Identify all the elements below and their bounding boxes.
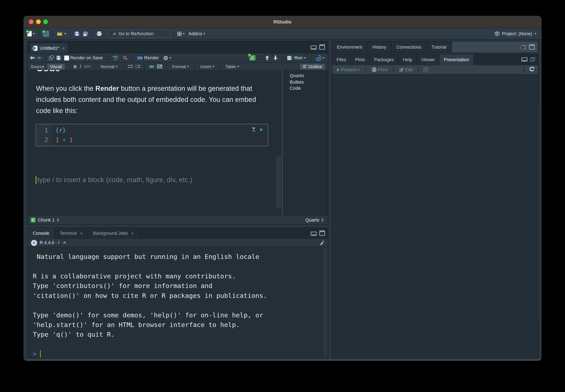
clear-console-button[interactable] [320, 240, 325, 246]
goto-file-function-input[interactable]: Go to file/function [108, 29, 170, 38]
tab-connections[interactable]: Connections [392, 42, 427, 53]
console-scrollbar[interactable] [324, 247, 328, 358]
run-button[interactable]: Run [286, 55, 307, 61]
open-in-new-window-icon[interactable] [49, 56, 54, 60]
format-menu[interactable]: Format [171, 63, 190, 70]
tab-label: Packages [374, 57, 394, 62]
forward-icon[interactable] [37, 56, 41, 60]
console-prompt[interactable]: > [33, 349, 328, 359]
tab-history[interactable]: History [368, 42, 392, 53]
print-button[interactable] [95, 31, 103, 37]
run-current-chunk-icon[interactable] [260, 128, 263, 131]
chevron-down-icon [33, 33, 35, 34]
tab-viewer[interactable]: Viewer [417, 54, 440, 65]
print-presentation-button[interactable]: Print [370, 67, 388, 73]
project-menu-button[interactable]: R Project: (None) [494, 31, 538, 37]
new-file-button[interactable] [26, 30, 36, 37]
spellcheck-button[interactable]: ABC [111, 55, 119, 61]
chunk-spinner-icon[interactable] [57, 218, 59, 222]
open-file-button[interactable] [56, 31, 67, 37]
environment-tabbar-spacer [452, 42, 538, 53]
panes-layout-button[interactable] [176, 31, 186, 37]
italic-button[interactable]: I [80, 64, 81, 69]
outline-toggle-button[interactable]: Outline [300, 64, 325, 69]
back-icon[interactable] [30, 56, 35, 60]
run-next-chunk-button[interactable] [273, 55, 278, 61]
chevron-down-icon [64, 33, 66, 34]
present-button[interactable]: Present [336, 67, 361, 73]
numbered-list-icon[interactable]: 12 [135, 65, 140, 69]
bullet-list-icon[interactable] [128, 65, 132, 69]
maximize-pane-icon[interactable] [319, 231, 325, 236]
find-replace-button[interactable] [122, 55, 129, 61]
visual-editor-canvas[interactable]: Code When you click the Render button a … [28, 70, 328, 216]
link-icon[interactable] [149, 65, 154, 68]
outline-item-quarto[interactable]: Quarto [290, 72, 328, 79]
minimize-pane-icon[interactable] [311, 232, 317, 236]
code-chunk[interactable]: 1 {r} 2 1 + 1 [36, 124, 268, 146]
tab-console[interactable]: Console [28, 228, 55, 239]
tab-environment[interactable]: Environment [332, 42, 368, 53]
source-mode-button[interactable]: Source [31, 64, 44, 69]
tab-help[interactable]: Help [398, 54, 417, 65]
code-button[interactable]: </> [84, 65, 91, 69]
source-tabbar: Untitled1* × [28, 42, 328, 54]
console-output[interactable]: Natural language support but running in … [28, 247, 328, 358]
minimize-pane-icon[interactable] [521, 57, 527, 62]
new-project-button[interactable] [42, 30, 50, 37]
visual-mode-button[interactable]: Visual [47, 64, 65, 69]
image-icon[interactable] [157, 65, 162, 69]
addins-button[interactable]: Addins [187, 30, 206, 37]
paragraph-style-dropdown[interactable]: Normal [100, 63, 119, 70]
maximize-pane-icon[interactable] [529, 44, 535, 50]
outline-item-bullets[interactable]: Bullets [290, 79, 328, 85]
close-tab-icon[interactable]: × [131, 231, 134, 236]
chunk-header-code: {r} [52, 125, 66, 135]
divider [365, 67, 366, 72]
bold-button[interactable]: B [74, 64, 77, 69]
paragraph: When you click the Render button a prese… [36, 83, 260, 116]
run-previous-chunks-button[interactable] [264, 55, 270, 61]
open-directory-icon[interactable] [62, 241, 66, 244]
save-button[interactable] [73, 31, 80, 37]
file-type-label[interactable]: Quarto [305, 218, 319, 223]
close-tab-icon[interactable]: × [80, 231, 83, 236]
tab-tutorial[interactable]: Tutorial [427, 42, 452, 53]
open-in-new-window-icon[interactable] [423, 67, 428, 72]
tab-background-jobs[interactable]: Background Jobs× [88, 228, 139, 239]
outline-item-code[interactable]: Code [290, 85, 328, 91]
render-settings-button[interactable] [162, 55, 173, 61]
table-menu[interactable]: Table [224, 63, 240, 70]
r-version-label[interactable]: R 4.4.0 · / [40, 240, 59, 245]
file-type-spinner-icon[interactable] [321, 218, 324, 222]
editor-scrollbar-thumb[interactable] [276, 156, 281, 208]
minimize-pane-icon[interactable] [311, 45, 317, 50]
close-tab-icon[interactable]: × [62, 45, 65, 51]
save-icon[interactable] [56, 56, 61, 60]
render-button[interactable]: Render [136, 55, 160, 61]
refresh-presentation-button[interactable] [529, 67, 534, 73]
source-statusbar: C Chunk 1 Quarto [28, 215, 328, 224]
tab-label: Plots [355, 57, 365, 62]
tab-terminal[interactable]: Terminal× [55, 228, 88, 239]
insert-menu[interactable]: Insert [199, 63, 215, 70]
save-all-button[interactable] [82, 30, 89, 37]
tab-files[interactable]: Files [332, 54, 351, 65]
insert-chunk-button[interactable]: C+ [248, 54, 257, 61]
tab-label: Presentation [444, 57, 469, 62]
paragraph-style-label: Normal [101, 64, 115, 69]
edit-presentation-button[interactable]: Edit [398, 67, 414, 73]
tab-presentation[interactable]: Presentation [440, 54, 474, 65]
tab-untitled1[interactable]: Untitled1* × [30, 43, 68, 53]
restore-pane-icon[interactable] [521, 45, 526, 49]
render-on-save-checkbox[interactable]: Render on Save [63, 55, 104, 61]
console-line [33, 300, 328, 310]
run-all-chunks-above-icon[interactable] [252, 127, 255, 131]
chunk-position-label[interactable]: Chunk 1 [38, 218, 55, 223]
maximize-pane-icon[interactable] [319, 44, 325, 50]
restore-pane-icon[interactable] [530, 57, 535, 62]
edit-label: Edit [405, 67, 413, 72]
tab-plots[interactable]: Plots [351, 54, 370, 65]
rerun-button[interactable] [315, 54, 326, 61]
tab-packages[interactable]: Packages [370, 54, 398, 65]
